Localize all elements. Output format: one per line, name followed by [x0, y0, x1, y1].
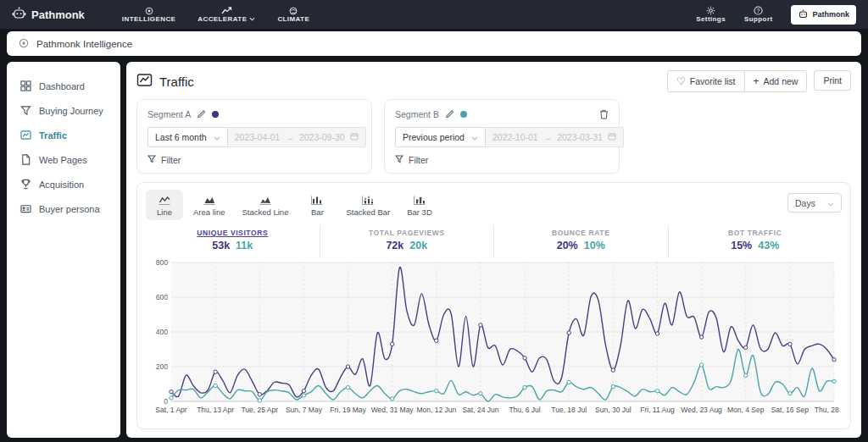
edit-pencil-icon[interactable] — [197, 108, 206, 119]
svg-text:Tue, 25 Apr: Tue, 25 Apr — [241, 406, 278, 414]
chart-type-bar[interactable]: Bar — [298, 190, 336, 220]
print-button[interactable]: Print — [814, 70, 851, 91]
chevron-down-icon — [214, 132, 220, 142]
nav-item-climate[interactable]: CLIMATE — [277, 6, 309, 23]
favorite-list-button[interactable]: ♡ Favorite list — [668, 71, 743, 91]
segment-b-date-range[interactable]: 2022-10-01 → 2023-03-31 — [486, 127, 624, 147]
svg-text:Mon, 4 Sep: Mon, 4 Sep — [727, 406, 765, 414]
segment-b-filter[interactable]: Filter — [395, 155, 609, 165]
page-title: Traffic — [136, 72, 194, 91]
plus-icon: + — [754, 76, 760, 86]
breadcrumb[interactable]: Pathmonk Intelligence — [7, 31, 861, 56]
stat-unique-visitors[interactable]: UNIQUE VISITORS53k11k — [146, 225, 320, 257]
document-icon — [20, 154, 31, 165]
chart-type-stacked-line[interactable]: Stacked Line — [236, 190, 296, 220]
delete-segment-icon[interactable] — [599, 109, 609, 119]
nav-item-accelerate[interactable]: ACCELERATE — [198, 6, 255, 23]
svg-text:Thu, 6 Jul: Thu, 6 Jul — [509, 406, 540, 414]
granularity-select[interactable]: Days — [787, 193, 842, 213]
main-nav: INTELLIGENCEACCELERATE CLIMATE — [122, 6, 309, 23]
svg-text:Thu, 28 Sep: Thu, 28 Sep — [815, 406, 841, 414]
pathmonk-account-button[interactable]: Pathmonk — [791, 5, 856, 25]
gear-icon — [706, 6, 715, 15]
pathmonk-logo[interactable]: Pathmonk — [12, 7, 85, 22]
sidebar: DashboardBuying JourneyTrafficWeb PagesA… — [7, 62, 120, 438]
filter-funnel-icon — [147, 155, 156, 165]
chart-card: LineArea lineStacked LineBarStacked BarB… — [136, 182, 851, 429]
sidebar-item-web-pages[interactable]: Web Pages — [7, 147, 120, 172]
add-new-button[interactable]: + Add new — [744, 71, 807, 91]
sidebar-item-buyer-persona[interactable]: Buyer persona — [7, 196, 120, 221]
edit-pencil-icon[interactable] — [445, 108, 454, 119]
svg-text:?: ? — [757, 8, 760, 14]
question-icon: ? — [754, 6, 763, 15]
sidebar-item-label: Buyer persona — [39, 204, 100, 214]
chart-type-label: Line — [157, 207, 172, 217]
chart-type-area-line[interactable]: Area line — [186, 190, 232, 220]
page-head: Traffic ♡ Favorite list + Add new — [136, 70, 851, 92]
chart-type-label: Bar — [311, 207, 324, 217]
chevron-down-icon — [471, 132, 478, 142]
area-type-icon — [203, 195, 216, 206]
svg-text:200: 200 — [156, 362, 168, 371]
kpi-stats-row: UNIQUE VISITORS53k11kTOTAL PAGEVIEWS72k2… — [146, 225, 842, 257]
stat-values: 72k20k — [320, 240, 494, 251]
segment-a-period-select[interactable]: Last 6 month — [147, 127, 228, 147]
filter-funnel-icon — [395, 155, 403, 165]
sidebar-item-dashboard[interactable]: Dashboard — [7, 74, 120, 98]
stat-values: 20%10% — [494, 240, 668, 251]
traffic-chart-icon — [136, 72, 153, 91]
segment-b-name: Segment B — [395, 109, 439, 119]
segment-a-date-range[interactable]: 2023-04-01 → 2023-09-30 — [228, 127, 366, 147]
content-row: DashboardBuying JourneyTrafficWeb PagesA… — [7, 62, 861, 438]
sidebar-item-acquisition[interactable]: Acquisition — [7, 172, 120, 196]
sidebar-item-traffic[interactable]: Traffic — [7, 123, 120, 147]
stat-value-segment-a: 72k — [386, 240, 403, 251]
stacked-bar-type-icon — [361, 195, 375, 206]
nav-label: INTELLIGENCE — [122, 15, 175, 23]
sidebar-item-label: Web Pages — [39, 155, 87, 165]
svg-text:Tue, 18 Jul: Tue, 18 Jul — [551, 406, 587, 414]
stat-value-segment-b: 43% — [758, 240, 779, 251]
trophy-icon — [20, 179, 31, 190]
sidebar-item-buying-journey[interactable]: Buying Journey — [7, 98, 120, 123]
svg-text:Sat, 24 Jun: Sat, 24 Jun — [462, 406, 498, 414]
support-button[interactable]: ?Support — [744, 6, 772, 23]
nav-label: ACCELERATE — [198, 15, 255, 23]
chart-type-label: Stacked Bar — [346, 207, 390, 217]
segment-b-period-select[interactable]: Previous period — [395, 127, 486, 147]
svg-text:Sat, 1 Apr: Sat, 1 Apr — [155, 406, 186, 414]
breadcrumb-label: Pathmonk Intelligence — [36, 39, 132, 49]
chart-type-line[interactable]: Line — [146, 190, 183, 220]
line-type-icon — [158, 195, 171, 206]
chart-type-stacked-bar[interactable]: Stacked Bar — [339, 190, 397, 220]
bar3d-type-icon — [413, 195, 426, 206]
accelerate-icon — [221, 6, 232, 15]
line-chart-svg: 0200400600800Sat, 1 AprThu, 13 AprTue, 2… — [146, 257, 841, 420]
stat-bounce-rate[interactable]: BOUNCE RATE20%10% — [493, 225, 668, 257]
robot-icon — [12, 7, 26, 22]
sidebar-item-label: Acquisition — [39, 180, 84, 190]
segment-a-color-dot — [212, 111, 219, 118]
nav-label: CLIMATE — [277, 15, 309, 23]
utility-label: Support — [744, 15, 772, 23]
favorite-addnew-group: ♡ Favorite list + Add new — [667, 70, 807, 92]
stat-values: 53k11k — [146, 240, 320, 251]
svg-text:Mon, 12 Jun: Mon, 12 Jun — [416, 406, 456, 414]
stat-bot-traffic[interactable]: BOT TRAFFIC15%43% — [668, 225, 843, 257]
segment-b-card: Segment B Previous period — [384, 99, 620, 174]
svg-text:Sun, 7 May: Sun, 7 May — [286, 406, 323, 414]
calendar-icon — [608, 132, 616, 142]
stat-value-segment-a: 53k — [212, 240, 230, 251]
segment-a-filter[interactable]: Filter — [147, 155, 361, 165]
brand-name: Pathmonk — [31, 8, 85, 21]
main-panel: Traffic ♡ Favorite list + Add new — [126, 62, 861, 438]
page-actions: ♡ Favorite list + Add new Print — [667, 70, 851, 92]
stat-total-pageviews[interactable]: TOTAL PAGEVIEWS72k20k — [320, 225, 494, 257]
chart-type-bar-3d[interactable]: Bar 3D — [400, 190, 439, 220]
account-label: Pathmonk — [812, 10, 849, 19]
settings-button[interactable]: Settings — [696, 6, 726, 23]
stat-label: UNIQUE VISITORS — [146, 229, 320, 237]
svg-text:Wed, 23 Aug: Wed, 23 Aug — [681, 406, 722, 414]
nav-item-intelligence[interactable]: INTELLIGENCE — [122, 6, 175, 23]
